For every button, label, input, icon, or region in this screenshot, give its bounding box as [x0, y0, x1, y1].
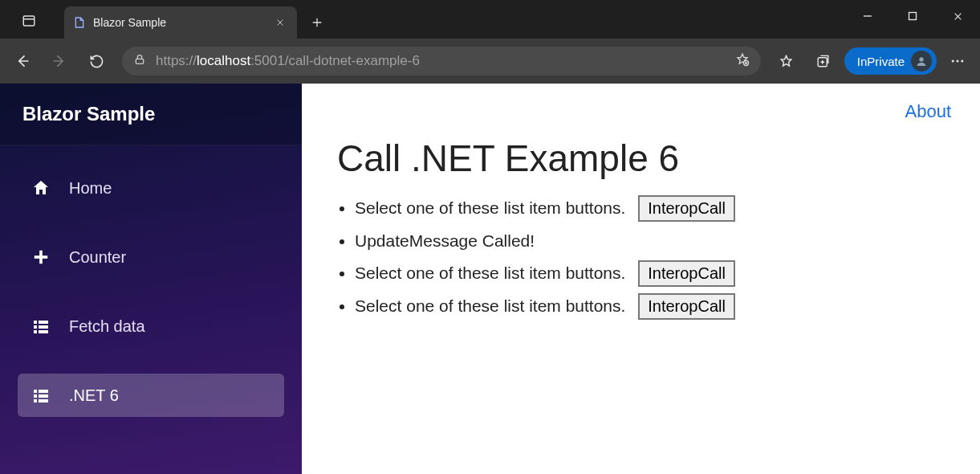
- favicon-icon: [72, 15, 87, 30]
- svg-rect-2: [136, 59, 143, 63]
- svg-rect-1: [909, 13, 917, 20]
- page-main: About Call .NET Example 6 Select one of …: [302, 84, 980, 474]
- minimize-button[interactable]: [845, 0, 890, 32]
- svg-point-8: [961, 60, 963, 63]
- svg-rect-10: [35, 255, 48, 259]
- svg-rect-16: [39, 330, 48, 333]
- sidebar-item-counter[interactable]: Counter: [18, 235, 284, 279]
- svg-point-5: [919, 57, 923, 61]
- interop-call-button[interactable]: InteropCall: [638, 195, 735, 222]
- site-info-icon[interactable]: [133, 53, 146, 70]
- collections-button[interactable]: [807, 45, 840, 77]
- list-item: Select one of these list item buttons. I…: [355, 259, 945, 288]
- list-icon: [30, 316, 51, 337]
- back-button[interactable]: [6, 45, 39, 77]
- page-title: Call .NET Example 6: [337, 137, 945, 180]
- close-tab-button[interactable]: [271, 14, 289, 31]
- sidebar-nav: Home Counter Fetch data .NET 6: [0, 145, 302, 438]
- add-favorite-icon[interactable]: [735, 52, 750, 71]
- list-item-text: Select one of these list item buttons.: [355, 264, 625, 282]
- list-item-text: UpdateMessage Called!: [355, 231, 535, 250]
- address-bar[interactable]: https://localhost:5001/call-dotnet-examp…: [122, 47, 761, 76]
- brand-title[interactable]: Blazor Sample: [0, 84, 302, 145]
- plus-icon: [30, 247, 51, 268]
- tab-strip: Blazor Sample: [0, 0, 845, 39]
- item-list: Select one of these list item buttons. I…: [355, 194, 945, 321]
- tab-actions-icon[interactable]: [16, 8, 42, 34]
- svg-rect-13: [34, 325, 37, 329]
- sidebar-item-dotnet-6[interactable]: .NET 6: [18, 374, 284, 417]
- svg-rect-22: [39, 399, 48, 402]
- sidebar-item-home[interactable]: Home: [18, 166, 284, 210]
- svg-rect-20: [39, 394, 48, 398]
- maximize-button[interactable]: [890, 0, 935, 32]
- profile-avatar-icon: [911, 51, 932, 72]
- tab-title: Blazor Sample: [93, 16, 265, 29]
- svg-rect-0: [23, 16, 35, 26]
- list-item: UpdateMessage Called!: [355, 227, 945, 255]
- svg-rect-14: [39, 325, 48, 329]
- svg-rect-18: [39, 390, 48, 393]
- list-item-text: Select one of these list item buttons.: [355, 198, 625, 217]
- svg-rect-15: [34, 330, 37, 333]
- page-content: Call .NET Example 6 Select one of these …: [302, 122, 980, 333]
- about-link[interactable]: About: [905, 101, 952, 122]
- sidebar-item-fetch-data[interactable]: Fetch data: [18, 304, 284, 348]
- list-item: Select one of these list item buttons. I…: [355, 194, 945, 223]
- browser-toolbar: https://localhost:5001/call-dotnet-examp…: [0, 39, 980, 84]
- more-menu-button[interactable]: [941, 45, 974, 77]
- svg-rect-12: [39, 321, 48, 324]
- close-window-button[interactable]: [935, 0, 980, 32]
- refresh-button[interactable]: [80, 45, 112, 77]
- svg-rect-11: [34, 321, 37, 324]
- sidebar-item-label: Fetch data: [69, 317, 145, 336]
- page-top-bar: About: [302, 84, 980, 122]
- browser-tab[interactable]: Blazor Sample: [64, 6, 297, 39]
- sidebar-item-label: Counter: [69, 248, 126, 267]
- svg-point-6: [952, 60, 954, 63]
- titlebar: Blazor Sample: [0, 0, 980, 39]
- inprivate-badge[interactable]: InPrivate: [844, 47, 937, 75]
- list-item-text: Select one of these list item buttons.: [355, 296, 625, 315]
- window-controls: [845, 0, 980, 39]
- favorites-button[interactable]: [771, 45, 803, 77]
- svg-point-7: [957, 60, 959, 63]
- home-icon: [30, 178, 51, 198]
- list-item: Select one of these list item buttons. I…: [355, 292, 945, 321]
- svg-rect-21: [34, 399, 37, 402]
- interop-call-button[interactable]: InteropCall: [638, 293, 735, 320]
- sidebar-item-label: Home: [69, 179, 112, 198]
- new-tab-button[interactable]: [303, 9, 331, 36]
- forward-button[interactable]: [43, 45, 75, 77]
- sidebar-item-label: .NET 6: [69, 386, 119, 405]
- list-icon: [30, 385, 51, 406]
- address-url: https://localhost:5001/call-dotnet-examp…: [156, 53, 726, 69]
- svg-rect-17: [34, 390, 37, 393]
- svg-rect-19: [34, 394, 37, 398]
- sidebar: Blazor Sample Home Counter Fetch data: [0, 84, 302, 474]
- interop-call-button[interactable]: InteropCall: [638, 260, 735, 287]
- viewport: Blazor Sample Home Counter Fetch data: [0, 84, 980, 474]
- inprivate-label: InPrivate: [857, 55, 905, 68]
